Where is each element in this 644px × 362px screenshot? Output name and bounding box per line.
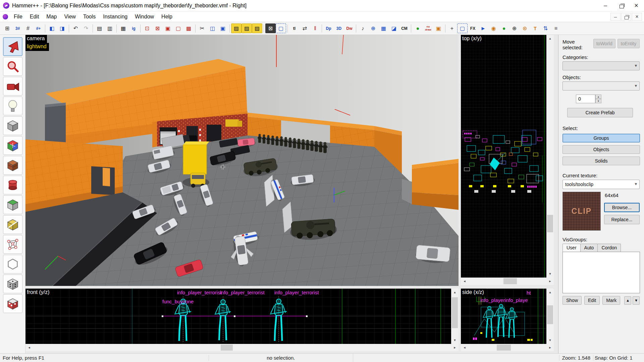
smoothing-3d-icon[interactable]: 3D bbox=[334, 23, 344, 33]
viewport-camera[interactable]: camera lightwnd bbox=[25, 35, 459, 286]
selection-tool[interactable] bbox=[3, 37, 22, 56]
select-groups-button[interactable]: Groups bbox=[562, 134, 640, 142]
menu-window[interactable]: Window bbox=[131, 11, 158, 22]
texture-dropdown[interactable]: tools/toolsclip bbox=[562, 180, 640, 189]
group-icon[interactable]: ▣ bbox=[163, 23, 173, 33]
menu-tools[interactable]: Tools bbox=[79, 11, 99, 22]
mdi-close-button[interactable] bbox=[632, 13, 642, 21]
scroll-down-icon[interactable] bbox=[546, 337, 554, 344]
block-tool[interactable] bbox=[3, 116, 22, 135]
menu-instancing[interactable]: Instancing bbox=[99, 11, 131, 22]
render-mode-dp-icon[interactable]: Dp bbox=[323, 23, 334, 33]
side-viewport-hscrollbar[interactable] bbox=[461, 344, 554, 351]
spinner-up-icon[interactable] bbox=[595, 95, 601, 99]
objects-dropdown[interactable] bbox=[562, 81, 640, 90]
nudge-arrows-icon[interactable]: ⇄ bbox=[300, 23, 310, 33]
undo-icon[interactable]: ↶ bbox=[70, 23, 81, 33]
visgroups-list[interactable] bbox=[562, 252, 640, 293]
menu-edit[interactable]: Edit bbox=[26, 11, 43, 22]
scroll-thumb[interactable] bbox=[503, 278, 517, 284]
menu-help[interactable]: Help bbox=[158, 11, 176, 22]
viewport-side[interactable]: info_playerinfo_playe side (x/z) ht bbox=[461, 289, 546, 344]
side-2d-scene[interactable]: info_playerinfo_playe bbox=[461, 289, 546, 344]
ungroup-icon[interactable]: ▢ bbox=[173, 23, 183, 33]
radius-culling-icon[interactable]: ⊛ bbox=[520, 23, 530, 33]
create-prefab-button[interactable]: Create Prefab bbox=[567, 108, 633, 117]
scroll-down-icon[interactable] bbox=[546, 270, 554, 278]
scroll-thumb[interactable] bbox=[497, 345, 511, 351]
entity-tool[interactable] bbox=[3, 97, 22, 115]
vertical-sync-icon[interactable]: ⇅ bbox=[540, 23, 551, 33]
viewport-top[interactable]: top (x/y) bbox=[461, 35, 546, 278]
close-button[interactable] bbox=[629, 0, 644, 11]
smaller-grid-icon[interactable]: # bbox=[23, 23, 33, 33]
selection-mode-box-icon[interactable]: ▢ bbox=[276, 23, 286, 33]
categories-dropdown[interactable] bbox=[562, 61, 640, 70]
magnify-tool[interactable] bbox=[3, 57, 22, 76]
top-viewport-hscrollbar[interactable] bbox=[461, 278, 554, 285]
scroll-up-icon[interactable] bbox=[546, 35, 554, 42]
select-objects-button[interactable]: Objects bbox=[562, 145, 640, 154]
replace-button[interactable]: Replace... bbox=[604, 215, 640, 224]
translate-gizmo-icon[interactable]: + bbox=[447, 23, 457, 33]
texture-application-tool[interactable] bbox=[3, 136, 22, 155]
texture-preview[interactable]: CLIP bbox=[562, 192, 601, 231]
text-labels-icon[interactable]: T bbox=[530, 23, 540, 33]
decal-tool[interactable] bbox=[3, 176, 22, 194]
side-viewport-vscrollbar[interactable] bbox=[546, 289, 554, 344]
sound-browser-icon[interactable]: ♪ bbox=[358, 23, 368, 33]
map-information-icon[interactable]: ◪ bbox=[389, 23, 399, 33]
scroll-right-icon[interactable] bbox=[546, 278, 554, 285]
texture-lock-tl-icon[interactable]: tl bbox=[289, 23, 300, 33]
search-entities-icon[interactable]: ⊕ bbox=[509, 23, 520, 33]
front-viewport-hscrollbar[interactable] bbox=[25, 344, 459, 351]
save-window-state-icon[interactable]: ◨ bbox=[57, 23, 67, 33]
render-mode-dw-icon[interactable]: Dw bbox=[344, 23, 355, 33]
pointfile-viewer-icon[interactable]: ● bbox=[499, 23, 509, 33]
copy-icon[interactable]: ◫ bbox=[207, 23, 218, 33]
pack-bsp-icon[interactable]: ▣ bbox=[433, 23, 444, 33]
restore-button[interactable] bbox=[613, 0, 629, 11]
mdi-minimize-button[interactable] bbox=[610, 13, 621, 21]
scroll-up-icon[interactable] bbox=[546, 289, 554, 296]
cordon-bounds-icon[interactable]: ▢ bbox=[457, 23, 468, 33]
grid-properties-icon[interactable]: ▦ bbox=[378, 23, 389, 33]
hide-unselected-icon[interactable]: ▥ bbox=[105, 23, 115, 33]
model-browser-icon[interactable]: ⊕ bbox=[368, 23, 378, 33]
mdi-restore-button[interactable] bbox=[621, 13, 631, 21]
scroll-thumb[interactable] bbox=[547, 305, 553, 324]
top-viewport-vscrollbar[interactable] bbox=[546, 35, 554, 278]
carve-icon[interactable]: ⊡ bbox=[142, 23, 152, 33]
to-entity-button[interactable]: toEntity bbox=[618, 39, 640, 48]
paint-tool[interactable] bbox=[3, 294, 22, 313]
hide-paths-icon[interactable]: ⊠ bbox=[265, 23, 276, 33]
color-mode-icon[interactable]: CM bbox=[399, 23, 410, 33]
object-count-input[interactable] bbox=[576, 95, 595, 103]
toggle-nodraw-icon[interactable]: no draw bbox=[423, 23, 433, 33]
viewport-front[interactable]: info_player_terrorist info_player_terror… bbox=[25, 289, 451, 344]
front-viewport-vscrollbar[interactable] bbox=[451, 289, 459, 344]
layout-windows-icon[interactable]: ≡ bbox=[551, 23, 561, 33]
ignore-groups-icon[interactable]: ▩ bbox=[183, 23, 194, 33]
make-hollow-icon[interactable]: ⊠ bbox=[152, 23, 163, 33]
show-button[interactable]: Show bbox=[562, 296, 582, 305]
to-world-button[interactable]: toWorld bbox=[593, 39, 615, 48]
scroll-thumb[interactable] bbox=[452, 297, 458, 328]
scroll-left-icon[interactable] bbox=[461, 278, 468, 285]
texture-lock-icon[interactable]: ▨ bbox=[231, 23, 241, 33]
tab-cordon[interactable]: Cordon bbox=[597, 244, 621, 252]
morph-tool[interactable] bbox=[3, 255, 22, 274]
hide-selected-icon[interactable]: ▤ bbox=[94, 23, 105, 33]
move-up-button[interactable] bbox=[624, 296, 631, 305]
menu-view[interactable]: View bbox=[60, 11, 79, 22]
spinner-down-icon[interactable] bbox=[595, 99, 601, 103]
entity-gizmos-icon[interactable]: ‖ bbox=[310, 23, 320, 33]
minimize-button[interactable] bbox=[598, 0, 613, 11]
top-2d-scene[interactable] bbox=[461, 35, 546, 278]
scroll-left-icon[interactable] bbox=[25, 344, 33, 351]
instancing-collapse-icon[interactable]: ig bbox=[128, 23, 139, 33]
load-window-state-icon[interactable]: ◧ bbox=[47, 23, 57, 33]
run-map-icon[interactable]: ► bbox=[478, 23, 488, 33]
move-down-button[interactable] bbox=[633, 296, 640, 305]
displacement-tool[interactable] bbox=[3, 275, 22, 293]
